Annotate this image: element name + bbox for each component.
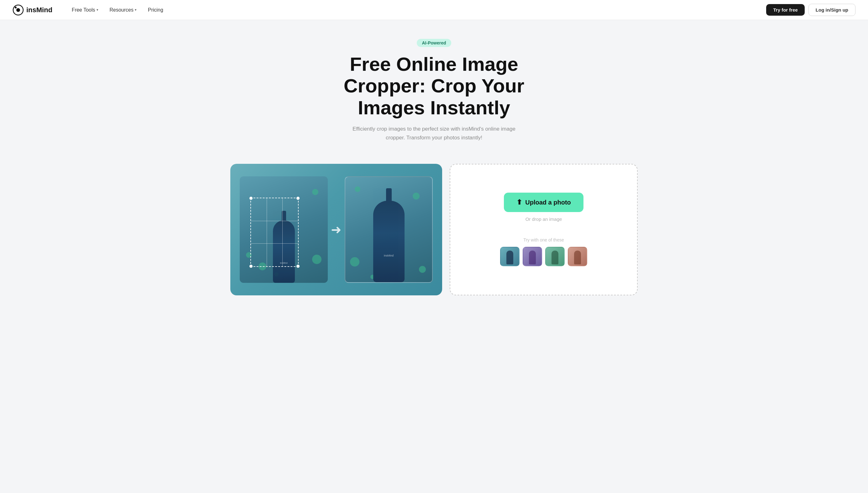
nav-item-free-tools[interactable]: Free Tools ▾ [67,5,103,15]
hero-title: Free Online Image Cropper: Crop Your Ima… [312,53,556,119]
hero-section: AI-Powered Free Online Image Cropper: Cr… [0,20,868,154]
navbar-actions: Try for free Log in/Sign up [766,4,855,16]
crop-handle [250,197,253,200]
demo-after-image [345,176,433,283]
mini-bottle-shape [574,251,581,264]
hero-subtitle: Efficiently crop images to the perfect s… [346,125,522,142]
bottle-after [373,201,405,282]
logo-icon [13,4,24,16]
drop-label: Or drop an image [526,216,562,222]
crop-handle [296,265,300,268]
sample-thumb-3[interactable] [545,247,565,266]
arrow-right-icon: ➜ [331,222,342,237]
upload-icon: ⬆ [516,198,522,207]
mini-bottle [501,248,519,265]
grid-line [282,198,283,266]
demo-before [240,176,328,283]
mini-bottle-shape [551,251,558,264]
logo-text: insMind [26,6,52,14]
upload-photo-button[interactable]: ⬆ Upload a photo [504,193,584,212]
deco-circle [312,255,321,264]
grid-line [251,243,298,244]
mini-bottle [546,248,564,265]
demo-before-image [240,176,328,283]
crop-overlay [250,198,299,267]
mini-bottle-shape [529,251,536,264]
try-free-button[interactable]: Try for free [766,4,804,16]
sample-thumb-1[interactable] [500,247,520,266]
deco-circle [355,186,360,192]
crop-handle [296,197,300,200]
demo-after [345,176,433,283]
upload-panel: ⬆ Upload a photo Or drop an image Try wi… [450,164,638,295]
chevron-down-icon: ▾ [97,8,99,12]
grid-line [251,221,298,221]
sample-thumb-2[interactable] [523,247,542,266]
deco-circle [312,189,318,195]
login-button[interactable]: Log in/Sign up [808,4,855,16]
sample-thumbs [500,247,587,266]
nav-list: Free Tools ▾ Resources ▾ Pricing [67,5,766,15]
deco-circle [419,266,426,273]
navbar: insMind Free Tools ▾ Resources ▾ Pricing… [0,0,868,20]
grid-line [267,198,267,266]
deco-circle [350,257,359,266]
mini-bottle [523,248,542,265]
chevron-down-icon: ▾ [135,8,136,12]
nav-item-resources[interactable]: Resources ▾ [105,5,141,15]
hero-badge: AI-Powered [417,39,451,47]
crop-handle [250,265,253,268]
mini-bottle [568,248,587,265]
upload-button-label: Upload a photo [525,199,571,206]
demo-panel: ➜ [230,164,442,295]
svg-point-2 [15,6,17,8]
demo-inner: ➜ [240,176,433,283]
sample-thumb-4[interactable] [568,247,587,266]
nav-item-pricing[interactable]: Pricing [144,5,168,15]
deco-circle [413,193,420,199]
mini-bottle-shape [506,251,513,264]
logo[interactable]: insMind [13,4,52,16]
main-content: ➜ ⬆ Upload a photo Or drop an image Try … [218,164,650,314]
try-samples-label: Try with one of these [523,237,564,242]
svg-point-1 [16,8,20,12]
